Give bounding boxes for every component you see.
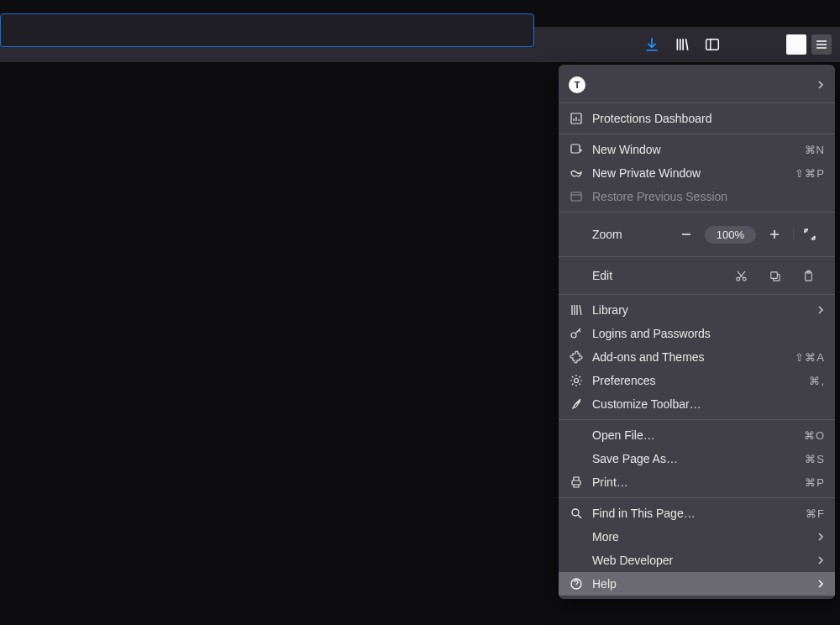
restore-icon (569, 190, 584, 203)
paste-button[interactable] (791, 264, 825, 287)
edit-row: Edit (559, 260, 835, 291)
web-developer-label: Web Developer (592, 554, 810, 567)
menu-separator (559, 419, 835, 420)
svg-rect-0 (706, 39, 719, 50)
save-page-shortcut: ⌘S (805, 453, 825, 465)
new-window-item[interactable]: New Window ⌘N (559, 138, 835, 161)
downloads-icon[interactable] (640, 33, 664, 56)
new-private-window-item[interactable]: New Private Window ⇧⌘P (559, 161, 835, 185)
print-shortcut: ⌘P (805, 476, 825, 489)
svg-rect-2 (571, 144, 580, 153)
zoom-in-button[interactable] (761, 223, 788, 246)
logins-item[interactable]: Logins and Passwords (559, 322, 835, 345)
menu-separator (559, 497, 835, 498)
help-label: Help (592, 577, 810, 591)
svg-point-9 (571, 333, 576, 338)
account-row[interactable]: T (559, 70, 835, 99)
chevron-right-icon (816, 577, 825, 591)
new-private-shortcut: ⇧⌘P (795, 167, 825, 180)
sidebar-toggle-icon[interactable] (701, 33, 724, 56)
library-icon[interactable] (670, 33, 694, 56)
library-item[interactable]: Library (559, 298, 835, 322)
preferences-item[interactable]: Preferences ⌘, (559, 369, 835, 392)
menu-separator (559, 102, 835, 103)
zoom-label: Zoom (592, 228, 673, 241)
window-plus-icon (569, 143, 584, 156)
chevron-right-icon (816, 78, 825, 92)
chevron-right-icon (816, 554, 825, 567)
protections-label: Protections Dashboard (592, 112, 825, 125)
search-icon (569, 507, 584, 520)
addons-item[interactable]: Add-ons and Themes ⇧⌘A (559, 345, 835, 369)
chevron-right-icon (816, 303, 825, 317)
logins-label: Logins and Passwords (592, 327, 825, 340)
svg-point-12 (572, 509, 579, 516)
restore-label: Restore Previous Session (592, 190, 825, 203)
restore-session-item: Restore Previous Session (559, 185, 835, 208)
preferences-shortcut: ⌘, (809, 375, 825, 387)
copy-button[interactable] (758, 264, 791, 287)
open-file-item[interactable]: Open File… ⌘O (559, 423, 835, 447)
print-icon (569, 475, 584, 489)
browser-toolbar (0, 27, 840, 62)
zoom-row: Zoom 100% (559, 216, 835, 253)
avatar-icon: T (569, 76, 585, 93)
new-window-shortcut: ⌘N (805, 144, 825, 156)
find-shortcut: ⌘F (806, 507, 825, 520)
extension-box[interactable] (786, 34, 806, 55)
customize-label: Customize Toolbar… (592, 397, 825, 411)
customize-item[interactable]: Customize Toolbar… (559, 392, 835, 416)
zoom-out-button[interactable] (673, 223, 700, 246)
puzzle-icon (569, 350, 584, 364)
paintbrush-icon (569, 397, 584, 411)
menu-separator (559, 294, 835, 295)
svg-rect-11 (572, 481, 580, 485)
addons-shortcut: ⇧⌘A (795, 351, 825, 364)
open-file-shortcut: ⌘O (804, 429, 825, 442)
svg-point-5 (743, 277, 746, 281)
urlbar-container (0, 27, 536, 62)
key-icon (569, 327, 584, 340)
menu-separator (559, 134, 835, 134)
library-label: Library (592, 303, 810, 317)
zoom-value[interactable]: 100% (705, 226, 756, 244)
new-window-label: New Window (592, 143, 798, 156)
app-menu: T Protections Dashboard New Window ⌘N Ne… (559, 65, 835, 599)
print-item[interactable]: Print… ⌘P (559, 470, 835, 494)
chevron-right-icon (816, 530, 825, 544)
mask-icon (569, 166, 584, 180)
find-item[interactable]: Find in This Page… ⌘F (559, 502, 835, 525)
addons-label: Add-ons and Themes (592, 350, 788, 364)
find-label: Find in This Page… (592, 507, 799, 520)
dashboard-icon (569, 112, 584, 125)
edit-label: Edit (592, 269, 724, 282)
svg-rect-3 (571, 192, 581, 201)
open-file-label: Open File… (592, 428, 797, 442)
more-label: More (592, 530, 810, 544)
help-icon (569, 577, 584, 591)
url-input[interactable] (0, 13, 534, 47)
fullscreen-button[interactable] (793, 228, 825, 240)
save-page-label: Save Page As… (592, 452, 798, 465)
new-private-label: New Private Window (592, 166, 788, 180)
gear-icon (569, 374, 584, 387)
web-developer-item[interactable]: Web Developer (559, 549, 835, 572)
more-item[interactable]: More (559, 525, 835, 549)
cut-button[interactable] (724, 264, 758, 287)
svg-point-4 (736, 277, 739, 281)
svg-rect-6 (770, 271, 777, 278)
menu-separator (559, 256, 835, 257)
library-menu-icon (569, 303, 584, 317)
preferences-label: Preferences (592, 374, 802, 387)
print-label: Print… (592, 475, 798, 489)
help-item[interactable]: Help (559, 572, 835, 596)
save-page-item[interactable]: Save Page As… ⌘S (559, 447, 835, 470)
app-menu-button[interactable] (811, 34, 832, 55)
svg-point-10 (575, 379, 579, 383)
protections-dashboard-item[interactable]: Protections Dashboard (559, 107, 835, 130)
menu-separator (559, 212, 835, 213)
